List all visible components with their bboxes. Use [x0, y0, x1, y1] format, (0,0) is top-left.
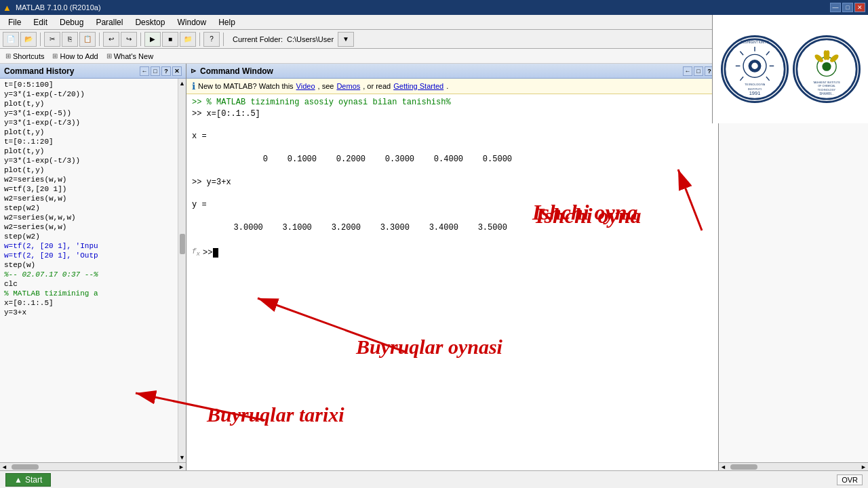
redo-button[interactable]: ↪ — [121, 32, 137, 47]
cmd-prompt-text: >> x=[0:.1:.5] — [192, 109, 260, 119]
svg-point-17 — [822, 62, 831, 71]
cmd-output-line — [192, 165, 713, 177]
close-button[interactable]: ✕ — [854, 3, 865, 12]
svg-text:TEXNOLOGIYA: TEXNOLOGIYA — [745, 83, 765, 86]
history-item[interactable]: plot(t,y) — [3, 146, 175, 156]
cmd-comment-text: >> % MATLAB tizimining asosiy oynasi bil… — [192, 98, 451, 107]
menu-desktop[interactable]: Desktop — [130, 16, 170, 28]
help-button[interactable]: ? — [203, 32, 220, 47]
history-item[interactable]: w=tf(2, [20 1], 'Inpu — [3, 241, 175, 251]
shortcuts-label: Shortcuts — [13, 52, 44, 60]
history-item[interactable]: t=[0:5:100] — [3, 80, 175, 89]
history-close-btn[interactable]: ✕ — [172, 66, 182, 76]
overwrite-indicator: OVR — [837, 474, 863, 485]
new-file-button[interactable]: 📄 — [3, 32, 19, 47]
toolbar-separator-2 — [99, 33, 100, 46]
menu-window[interactable]: Window — [172, 16, 212, 28]
stop-button[interactable]: ■ — [162, 32, 178, 47]
menu-debug[interactable]: Debug — [54, 16, 89, 28]
info-bar: ℹ New to MATLAB? Watch this Video , see … — [186, 79, 718, 94]
history-item[interactable]: t=[0:.1:20] — [3, 137, 175, 146]
paste-button[interactable]: 📋 — [79, 32, 96, 47]
history-item[interactable]: w2=series(w,w) — [3, 194, 175, 203]
copy-button[interactable]: ⎘ — [62, 32, 78, 47]
history-item[interactable]: w2=series(w,w) — [3, 222, 175, 232]
maximize-button[interactable]: □ — [842, 3, 853, 12]
whats-new-label: What's New — [114, 52, 153, 60]
prompt-line[interactable]: fx >> — [192, 247, 713, 258]
history-item[interactable]: step(w2) — [3, 203, 175, 213]
cmd-output-line — [192, 234, 713, 245]
info-video-link[interactable]: Video — [296, 82, 315, 90]
hscroll-left-arrow[interactable]: ◄ — [0, 464, 9, 470]
scroll-up-arrow[interactable]: ▲ — [178, 79, 186, 88]
whats-new-icon: ⊞ — [106, 52, 112, 60]
history-item[interactable]: w=tf(2, [20 1], 'Outp — [3, 251, 175, 260]
hscroll-right-arrow[interactable]: ► — [177, 464, 186, 470]
history-item[interactable]: y=3*(1-exp(-t/20)) — [3, 89, 175, 99]
history-separator: %-- 02.07.17 0:37 --% — [3, 270, 175, 279]
undo-button[interactable]: ↩ — [103, 32, 119, 47]
toolbar-separator-5 — [223, 33, 224, 46]
info-demos-link[interactable]: Demos — [336, 82, 360, 90]
menu-file[interactable]: File — [3, 16, 26, 28]
history-scrollbar[interactable]: ▲ ▼ — [178, 79, 186, 462]
cmd-window-pin[interactable]: ⊳ — [191, 67, 196, 75]
info-getting-started-link[interactable]: Getting Started — [393, 82, 443, 90]
menu-edit[interactable]: Edit — [28, 16, 53, 28]
how-to-add-item[interactable]: ⊞ How to Add — [52, 52, 98, 60]
browse-folder-button[interactable]: ▼ — [338, 32, 354, 47]
run-button[interactable]: ▶ — [144, 32, 161, 47]
scroll-down-arrow[interactable]: ▼ — [178, 453, 186, 462]
cmd-output-line: >> % MATLAB tizimining asosiy oynasi bil… — [192, 97, 713, 108]
shortcuts-item[interactable]: ⊞ Shortcuts — [5, 52, 44, 60]
whats-new-item[interactable]: ⊞ What's New — [106, 52, 153, 60]
ws-hscroll-right[interactable]: ► — [859, 464, 868, 470]
start-label: Start — [25, 475, 42, 485]
text-cursor — [213, 248, 218, 258]
cmd-undock-btn[interactable]: ← — [683, 66, 692, 76]
menu-parallel[interactable]: Parallel — [90, 16, 128, 28]
browse-button[interactable]: 📁 — [180, 32, 196, 47]
history-item[interactable]: plot(t,y) — [3, 99, 175, 108]
cmd-max-btn[interactable]: □ — [694, 66, 703, 76]
ws-hscroll-left[interactable]: ◄ — [719, 464, 728, 470]
toolbar-separator-3 — [140, 33, 141, 46]
toolbar-separator-1 — [40, 33, 41, 46]
history-item[interactable]: % MATLAB tizimining a — [3, 289, 175, 298]
command-window-content[interactable]: >> % MATLAB tizimining asosiy oynasi bil… — [186, 94, 718, 470]
history-item[interactable]: y=3*(1-exp(-t/3)) — [3, 118, 175, 127]
command-window-panel: ⊳ Command Window ← □ ? ℹ New to MATLAB? … — [186, 64, 719, 470]
menu-help[interactable]: Help — [213, 16, 241, 28]
start-button[interactable]: ▲ Start — [5, 473, 51, 487]
history-item[interactable]: step(w2) — [3, 232, 175, 241]
cmd-prompt-symbol: >> — [203, 248, 212, 258]
history-max-btn[interactable]: □ — [151, 66, 160, 76]
history-hscrollbar[interactable]: ◄ ► — [0, 462, 186, 470]
history-item[interactable]: y=3*(1-exp(-t/3)) — [3, 156, 175, 165]
command-history-title: Command History — [4, 66, 74, 76]
history-item[interactable]: x=[0:.1:.5] — [3, 298, 175, 308]
toolbar-separator-4 — [199, 33, 200, 46]
minimize-button[interactable]: — — [830, 3, 841, 12]
history-item[interactable]: w2=series(w,w,w) — [3, 213, 175, 222]
open-button[interactable]: 📂 — [20, 32, 37, 47]
history-item[interactable]: plot(t,y) — [3, 165, 175, 175]
history-undock-btn[interactable]: ← — [140, 66, 149, 76]
history-help-btn[interactable]: ? — [161, 66, 171, 76]
cmd-output-line — [192, 120, 713, 131]
cut-button[interactable]: ✂ — [44, 32, 60, 47]
cmd-output-line: 0 0.1000 0.2000 0.3000 0.4000 0.5000 — [219, 154, 713, 165]
matlab-icon: ▲ — [3, 3, 12, 13]
ws-hscroll-thumb[interactable] — [730, 464, 757, 470]
history-item[interactable]: plot(t,y) — [3, 127, 175, 137]
hscroll-thumb[interactable] — [12, 464, 39, 470]
scroll-thumb[interactable] — [180, 234, 185, 254]
history-item[interactable]: y=3+x — [3, 308, 175, 317]
history-item[interactable]: clc — [3, 279, 175, 289]
workspace-hscrollbar[interactable]: ◄ ► — [719, 462, 868, 470]
history-item[interactable]: y=3*(1-exp(-5)) — [3, 108, 175, 118]
history-item[interactable]: w2=series(w,w) — [3, 175, 175, 184]
history-item[interactable]: w=tf(3,[20 1]) — [3, 184, 175, 194]
history-item[interactable]: step(w) — [3, 260, 175, 270]
